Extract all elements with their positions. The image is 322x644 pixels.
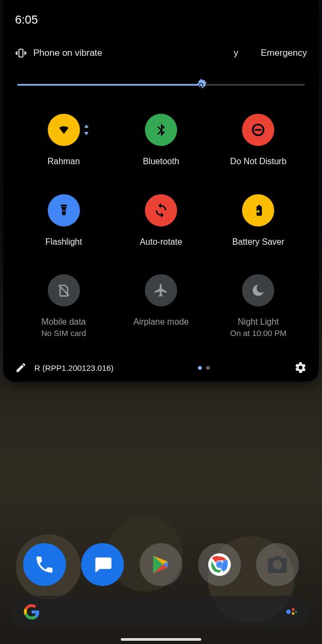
qs-tile-sublabel: No SIM card (41, 328, 86, 339)
wifi-icon (48, 114, 80, 146)
qs-tile-flash[interactable]: Flashlight (15, 194, 112, 248)
qs-tile-label: Flashlight (45, 236, 82, 248)
qs-tile-sublabel: On at 10:00 PM (230, 328, 287, 339)
page-indicator[interactable] (121, 366, 287, 370)
svg-point-10 (286, 610, 291, 614)
qs-tile-label: Bluetooth (143, 156, 179, 167)
expand-chevron-icon[interactable] (83, 125, 91, 135)
gesture-nav-handle[interactable] (121, 638, 201, 641)
qs-tile-label: Battery Saver (232, 236, 284, 248)
svg-point-2 (200, 83, 202, 86)
qs-tile-bluetooth[interactable]: Bluetooth (112, 114, 209, 167)
qs-tile-night[interactable]: Night LightOn at 10:00 PM (210, 274, 307, 339)
qs-tile-mobile[interactable]: Mobile dataNo SIM card (15, 274, 112, 339)
status-row: Phone on vibrate y Emergency (15, 47, 307, 59)
battery-saver-icon (242, 194, 274, 226)
edit-icon[interactable] (15, 362, 27, 374)
qs-tile-label: Auto-rotate (140, 236, 182, 248)
brightness-fill (17, 84, 201, 86)
airplane-icon (145, 274, 177, 306)
night-light-icon (242, 274, 274, 306)
qs-tile-label: Rahman (47, 156, 79, 167)
no-sim-icon (48, 274, 80, 306)
status-bar-clock: 6:05 (15, 13, 307, 27)
chrome-app-icon[interactable] (198, 543, 241, 586)
svg-point-11 (292, 608, 295, 611)
brightness-thumb[interactable] (194, 77, 209, 92)
qs-tile-label: Airplane mode (133, 316, 188, 328)
emergency-button[interactable]: Emergency (261, 48, 307, 58)
qs-tile-rotate[interactable]: Auto-rotate (112, 194, 209, 248)
page-dot[interactable] (206, 366, 210, 370)
autorotate-icon (145, 194, 177, 226)
bluetooth-icon (145, 114, 177, 146)
page-dot[interactable] (198, 366, 202, 370)
dnd-icon (242, 114, 274, 146)
brightness-slider[interactable] (17, 75, 305, 94)
camera-app-icon[interactable] (256, 543, 299, 586)
svg-point-13 (295, 611, 297, 612)
qs-tile-label: Mobile data (41, 316, 86, 328)
quick-settings-panel: 6:05 Phone on vibrate y Emergency (3, 0, 319, 382)
svg-rect-0 (19, 49, 23, 57)
qs-tile-grid: RahmanBluetoothDo Not DisturbFlashlightA… (15, 114, 307, 339)
svg-point-9 (217, 562, 222, 567)
vibrate-icon (15, 47, 27, 59)
qs-tile-airplane[interactable]: Airplane mode (112, 274, 209, 339)
qs-tile-dnd[interactable]: Do Not Disturb (210, 114, 307, 167)
qs-tile-wifi[interactable]: Rahman (15, 114, 112, 167)
svg-point-12 (292, 612, 295, 615)
home-dock (0, 543, 322, 586)
qs-tile-battery[interactable]: Battery Saver (210, 194, 307, 248)
google-g-icon (24, 604, 40, 620)
qs-footer: R (RPP1.200123.016) (15, 354, 307, 374)
phone-app-icon[interactable] (23, 543, 66, 586)
settings-gear-icon[interactable] (294, 361, 307, 374)
qs-tile-label: Do Not Disturb (230, 156, 287, 167)
qs-tile-label: Night Light (238, 316, 279, 328)
play-store-app-icon[interactable] (140, 543, 182, 586)
assistant-icon[interactable] (284, 605, 298, 619)
messages-app-icon[interactable] (81, 543, 124, 586)
flashlight-icon (48, 194, 80, 226)
google-search-bar[interactable] (12, 596, 310, 628)
vibrate-label: Phone on vibrate (33, 48, 103, 58)
build-label: R (RPP1.200123.016) (34, 363, 114, 372)
status-hint: y (234, 48, 239, 58)
